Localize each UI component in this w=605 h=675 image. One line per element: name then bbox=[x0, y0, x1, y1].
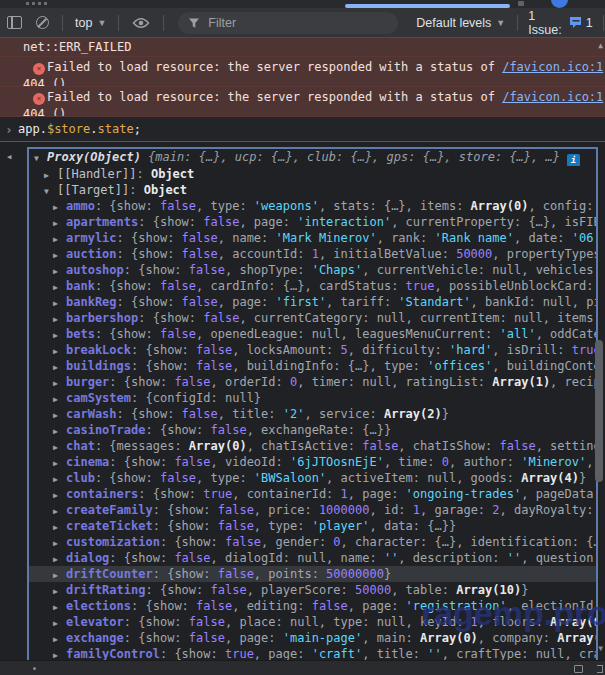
tree-row-cinema[interactable]: ▶cinema: {show: false, videoId: '6jJTOos… bbox=[29, 454, 596, 470]
expand-icon[interactable]: ▶ bbox=[53, 632, 66, 646]
expand-icon[interactable]: ▶ bbox=[53, 200, 66, 214]
tree-row-createTicket[interactable]: ▶createTicket: {show: false, type: 'play… bbox=[29, 518, 596, 534]
expand-icon[interactable]: ▶ bbox=[53, 504, 66, 518]
tree-row-autoshop[interactable]: ▶autoshop: {show: false, shopType: 'Chap… bbox=[29, 262, 596, 278]
returned-value-icon: ◂ bbox=[6, 150, 13, 163]
tree-row-driftCounter[interactable]: ▶driftCounter: {show: false, points: 500… bbox=[29, 566, 596, 582]
expand-icon[interactable]: ▶ bbox=[53, 616, 66, 630]
expand-icon[interactable]: ▶ bbox=[53, 312, 66, 326]
tree-row-containers[interactable]: ▶containers: {show: true, containerId: 1… bbox=[29, 486, 596, 502]
clear-console-button[interactable] bbox=[29, 10, 56, 36]
devtools-console-panel: top ▼ Default levels ▼ 1 Issue: 1 ⚙ bbox=[0, 0, 605, 675]
issues-counter[interactable]: 1 Issue: 1 bbox=[524, 9, 596, 37]
proxy-preview-body: {main: {…}, ucp: {…}, club: {…}, gps: {…… bbox=[141, 150, 560, 164]
tree-row-bankReg[interactable]: ▶bankReg: {show: false, page: 'first', t… bbox=[29, 294, 596, 310]
tree-row-driftRating[interactable]: ▶driftRating: {show: false, playerScore:… bbox=[29, 582, 596, 598]
tree-row-ammo[interactable]: ▶ammo: {show: false, type: 'weapons', st… bbox=[29, 198, 596, 214]
property-name: camSystem bbox=[66, 391, 131, 405]
property-name: familyControl bbox=[66, 647, 160, 661]
expand-icon[interactable]: ▶ bbox=[53, 440, 66, 454]
tree-row-createFamily[interactable]: ▶createFamily: {show: false, price: 1000… bbox=[29, 502, 596, 518]
chevron-down-icon: ▼ bbox=[97, 18, 106, 28]
tree-row-elections[interactable]: ▶elections: {show: false, editing: false… bbox=[29, 598, 596, 614]
expand-icon[interactable]: ▶ bbox=[53, 568, 66, 582]
tree-row-exchange[interactable]: ▶exchange: {show: false, page: 'main-pag… bbox=[29, 630, 596, 646]
expand-icon[interactable]: ▶ bbox=[53, 328, 66, 342]
toolbar-separator bbox=[118, 15, 119, 31]
property-name: containers bbox=[66, 487, 138, 501]
expand-icon[interactable]: ▶ bbox=[53, 216, 66, 230]
object-tree: ▼Proxy(Object) {main: {…}, ucp: {…}, clu… bbox=[27, 147, 598, 666]
proxy-preview-row[interactable]: ▼Proxy(Object) {main: {…}, ucp: {…}, clu… bbox=[29, 149, 596, 166]
property-name: carWash bbox=[66, 407, 117, 421]
expand-icon[interactable]: ▶ bbox=[53, 232, 66, 246]
tree-row-carWash[interactable]: ▶carWash: {show: false, title: '2', serv… bbox=[29, 406, 596, 422]
expand-icon[interactable]: ▶ bbox=[53, 280, 66, 294]
drawer-icon[interactable] bbox=[574, 665, 583, 673]
tree-row-club[interactable]: ▶club: {show: false, type: 'BWSaloon', a… bbox=[29, 470, 596, 486]
expand-icon[interactable]: ▶ bbox=[53, 264, 66, 278]
expand-icon[interactable]: ▶ bbox=[53, 600, 66, 614]
tree-row-customization[interactable]: ▶customization: {show: false, gender: 0,… bbox=[29, 534, 596, 550]
expand-icon[interactable]: ▶ bbox=[53, 360, 66, 374]
expand-icon[interactable]: ▶ bbox=[53, 424, 66, 438]
scroll-down-arrow[interactable]: ▼ bbox=[598, 644, 603, 653]
console-command-text: app.$store.state; bbox=[18, 122, 141, 136]
extension-icon-sliver bbox=[518, 1, 524, 6]
expand-icon[interactable]: ▶ bbox=[53, 536, 66, 550]
resource-link[interactable]: /favicon.ico:1 bbox=[502, 60, 603, 74]
resource-link[interactable]: /favicon.ico:1 bbox=[502, 90, 603, 104]
expand-icon[interactable]: ▶ bbox=[44, 168, 57, 182]
expand-icon[interactable]: ▶ bbox=[53, 344, 66, 358]
live-expression-button[interactable] bbox=[125, 10, 157, 36]
tree-row-apartments[interactable]: ▶apartments: {show: false, page: 'intera… bbox=[29, 214, 596, 230]
info-badge-icon[interactable]: i bbox=[567, 154, 580, 166]
drawer-icon-clipped[interactable] bbox=[597, 665, 603, 673]
tree-row-bank[interactable]: ▶bank: {show: false, cardInfo: {…}, card… bbox=[29, 278, 596, 294]
tree-row-chat[interactable]: ▶chat: {messages: Array(0), chatIsActive… bbox=[29, 438, 596, 454]
property-name: buildings bbox=[66, 359, 131, 373]
expand-icon[interactable]: ▶ bbox=[53, 472, 66, 486]
log-levels-selector[interactable]: Default levels ▼ bbox=[410, 16, 511, 30]
profile-avatar[interactable] bbox=[551, 0, 568, 8]
console-sidebar-toggle-button[interactable] bbox=[0, 10, 29, 36]
proxy-label: Proxy(Object) bbox=[47, 150, 141, 164]
expand-icon[interactable]: ▶ bbox=[53, 552, 66, 566]
tree-row-buildings[interactable]: ▶buildings: {show: false, buildingInfo: … bbox=[29, 358, 596, 374]
expand-icon[interactable]: ▶ bbox=[53, 248, 66, 262]
tree-row-dialog[interactable]: ▶dialog: {show: false, dialogId: null, n… bbox=[29, 550, 596, 566]
tree-row-camSystem[interactable]: ▶camSystem: {configId: null} bbox=[29, 390, 596, 406]
scrollbar-thumb[interactable] bbox=[595, 340, 603, 482]
expand-icon[interactable]: ▶ bbox=[53, 520, 66, 534]
expand-icon[interactable]: ▶ bbox=[53, 296, 66, 310]
tree-row-casinoTrade[interactable]: ▶casinoTrade: {show: false, exchangeRate… bbox=[29, 422, 596, 438]
expand-icon[interactable]: ▶ bbox=[53, 392, 66, 406]
expand-icon[interactable]: ▶ bbox=[53, 584, 66, 598]
tree-row-breakLock[interactable]: ▶breakLock: {show: false, locksAmount: 5… bbox=[29, 342, 596, 358]
property-name: createFamily bbox=[66, 503, 153, 517]
collapse-icon[interactable]: ▼ bbox=[34, 150, 47, 166]
handler-row[interactable]: ▶[[Handler]]: Object bbox=[29, 166, 596, 182]
tree-row-armylic[interactable]: ▶armylic: {show: false, name: 'Mark Mine… bbox=[29, 230, 596, 246]
filter-funnel-icon bbox=[188, 17, 200, 29]
target-row[interactable]: ▼[[Target]]: Object bbox=[29, 182, 596, 198]
scroll-up-arrow[interactable]: ▲ bbox=[598, 41, 603, 50]
tree-row-bets[interactable]: ▶bets: {show: false, openedLeague: null,… bbox=[29, 326, 596, 342]
filter-input[interactable] bbox=[208, 16, 378, 30]
expand-icon[interactable]: ▶ bbox=[53, 488, 66, 502]
property-name: driftCounter bbox=[66, 567, 153, 581]
console-sidebar-icon bbox=[7, 16, 22, 29]
tree-row-auction[interactable]: ▶auction: {show: false, accountId: 1, in… bbox=[29, 246, 596, 262]
error-text: net::ERR_FAILED bbox=[23, 40, 131, 54]
tree-row-barbershop[interactable]: ▶barbershop: {show: false, currentCatego… bbox=[29, 310, 596, 326]
property-name: auction bbox=[66, 247, 117, 261]
expand-icon[interactable]: ▶ bbox=[53, 408, 66, 422]
collapse-icon[interactable]: ▼ bbox=[44, 184, 57, 198]
tree-row-elevator[interactable]: ▶elevator: {show: false, place: null, ty… bbox=[29, 614, 596, 630]
frame-context-selector[interactable]: top ▼ bbox=[69, 16, 112, 30]
console-command-row[interactable]: › app.$store.state; bbox=[0, 117, 605, 141]
expand-icon[interactable]: ▶ bbox=[53, 376, 66, 390]
expand-icon[interactable]: ▶ bbox=[53, 456, 66, 470]
filter-box[interactable] bbox=[178, 12, 398, 34]
tree-row-burger[interactable]: ▶burger: {show: false, orderId: 0, timer… bbox=[29, 374, 596, 390]
